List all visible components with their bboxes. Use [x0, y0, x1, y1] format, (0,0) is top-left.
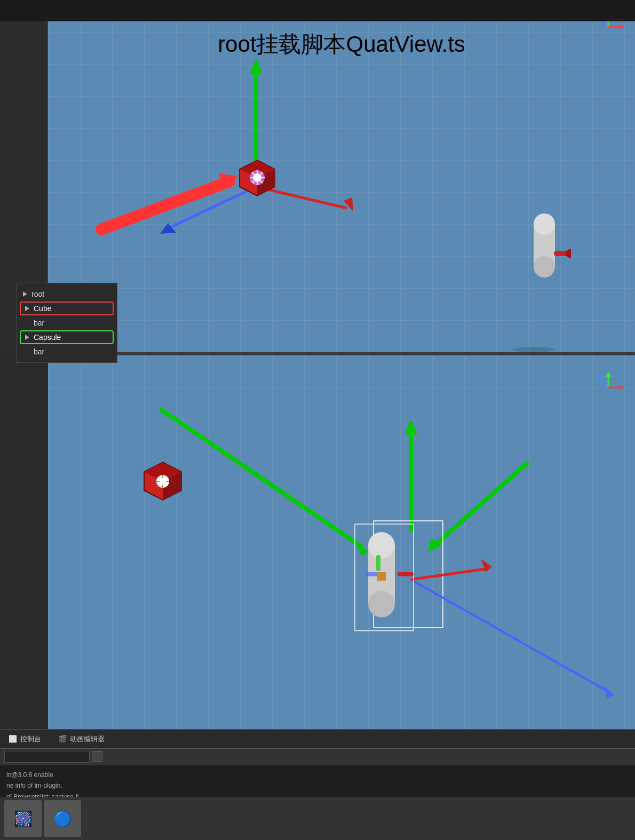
viewport-divider [48, 352, 635, 355]
log-line-2: ne info of im-plugin. [6, 780, 629, 791]
taskbar: 🎆 🔵 [0, 797, 635, 840]
console-search-input[interactable] [4, 751, 90, 763]
hierarchy-capsule[interactable]: Capsule [20, 330, 114, 344]
tab-console[interactable]: ⬜ 控制台 [0, 730, 50, 748]
svg-marker-45 [428, 538, 442, 552]
svg-point-32 [566, 249, 571, 258]
expand-icon [25, 306, 29, 311]
console-icon: ⬜ [9, 735, 17, 743]
svg-rect-66 [377, 572, 386, 581]
viewport-bottom[interactable]: z [48, 355, 635, 729]
svg-marker-48 [603, 685, 614, 698]
fireworks-icon: 🎆 [14, 810, 33, 828]
svg-line-47 [411, 580, 608, 692]
tab-animation-editor[interactable]: 🎬 动画编辑器 [50, 730, 113, 748]
svg-marker-12 [160, 223, 176, 234]
expand-icon [25, 335, 29, 340]
svg-point-29 [534, 213, 555, 235]
svg-point-62 [368, 591, 395, 617]
svg-marker-50 [481, 559, 492, 572]
svg-marker-41 [404, 419, 417, 434]
svg-rect-64 [376, 555, 380, 571]
taskbar-item-fireworks[interactable]: 🎆 [4, 800, 42, 837]
hierarchy-bar-1[interactable]: bar [17, 316, 117, 329]
expand-icon [23, 291, 27, 297]
scene-title: root挂载脚本QuatView.ts [48, 29, 635, 59]
svg-point-19 [253, 173, 261, 182]
svg-rect-63 [398, 572, 414, 576]
animation-icon: 🎬 [58, 735, 67, 743]
axis-gizmo-bottom: z [592, 371, 624, 403]
svg-line-33 [598, 377, 608, 387]
svg-marker-6 [619, 24, 624, 29]
svg-line-9 [101, 181, 229, 229]
viewport-top[interactable]: root挂载脚本QuatView.ts z [48, 0, 635, 352]
svg-line-42 [160, 409, 363, 548]
svg-marker-10 [219, 173, 237, 189]
console-search-bar [0, 749, 635, 765]
log-line-1: in@3.0.8 enable [6, 770, 629, 780]
capsule-top-viewport [518, 203, 571, 285]
capsule-bottom-viewport [344, 519, 424, 638]
cube-object [237, 157, 277, 197]
red-cube-bottom [141, 459, 184, 504]
hierarchy-root[interactable]: root [17, 288, 117, 300]
svg-point-30 [534, 256, 555, 278]
svg-point-61 [368, 532, 395, 559]
svg-marker-37 [606, 371, 611, 377]
hierarchy-cube[interactable]: Cube [20, 302, 114, 315]
svg-marker-14 [344, 197, 353, 211]
svg-marker-39 [619, 385, 624, 390]
hierarchy-bar-2[interactable]: bar [17, 345, 117, 358]
scene-hierarchy-panel: root Cube bar Capsule bar [16, 283, 117, 363]
svg-marker-8 [250, 59, 263, 74]
blue-icon: 🔵 [53, 810, 72, 828]
top-bar [0, 0, 635, 21]
capsule-shadow [512, 347, 555, 352]
svg-text:z: z [594, 371, 597, 377]
svg-line-44 [432, 462, 528, 548]
taskbar-item-blue[interactable]: 🔵 [44, 800, 81, 837]
bottom-panel-tabs: ⬜ 控制台 🎬 动画编辑器 [0, 730, 635, 749]
console-filter-button[interactable] [92, 751, 102, 762]
